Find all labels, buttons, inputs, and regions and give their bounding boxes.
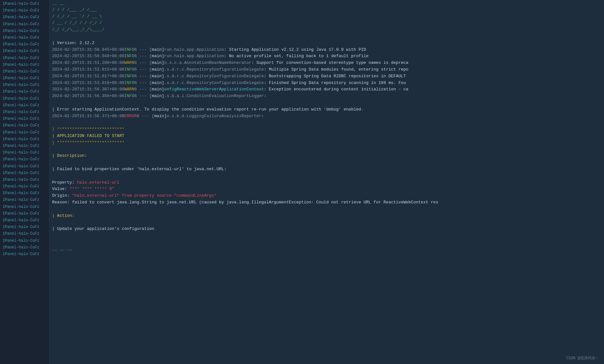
stars-line: | *************************** [52, 140, 124, 146]
sidebar-item: 1Panel-halo-CuFz [0, 143, 49, 149]
log-line [52, 219, 601, 226]
sidebar-item: 1Panel-halo-CuFz [0, 190, 49, 197]
property-line: Origin: "halo.external-url" from propert… [52, 193, 217, 199]
log-message: : Support for convention-based stereotyp… [251, 60, 408, 66]
sidebar-item: 1Panel-halo-CuFz [0, 62, 49, 68]
sidebar-item: 1Panel-halo-CuFz [0, 109, 49, 116]
log-line: | Failed to bind properties under 'halo.… [52, 166, 601, 173]
sidebar-item: 1Panel-halo-CuFz [0, 102, 49, 109]
log-timestamp: 2024-02-20T15:31:56.371+08:00 [52, 113, 124, 120]
property-value: "halo.external-url" from property source… [72, 193, 216, 198]
sidebar-item: 1Panel-halo-CuFz [0, 21, 49, 28]
log-thread: 6 --- [ [134, 86, 152, 93]
log-line [52, 146, 601, 153]
log-timestamp: 2024-02-20T15:31:51.200+08:00 [52, 60, 124, 66]
log-line: __ __ __ [52, 246, 601, 252]
log-line: / /_/ / __ `/ / __ \ [52, 13, 601, 20]
log-thread: 6 --- [ [134, 53, 152, 60]
sidebar-item: 1Panel-halo-CuFz [0, 204, 49, 210]
log-message: : Bootstrapping Spring Data R2DBC reposi… [264, 73, 406, 80]
property-key: Origin: [52, 193, 70, 198]
log-line: | *************************** [52, 140, 601, 146]
log-timestamp: 2024-02-20T15:31:52.815+08:00 [52, 66, 124, 73]
log-message: : [261, 113, 264, 120]
sidebar-item: 1Panel-halo-CuFz [0, 1, 49, 7]
sidebar-item: 1Panel-halo-CuFz [0, 210, 49, 217]
log-line: | *************************** [52, 126, 601, 133]
sidebar-item: 1Panel-halo-CuFz [0, 231, 49, 237]
log-line: / / / /___ _/ /___ [52, 7, 601, 13]
log-level: WARN [124, 86, 134, 93]
sidebar-item: 1Panel-halo-CuFz [0, 177, 49, 183]
sidebar-item: 1Panel-halo-CuFz [0, 217, 49, 224]
log-message: : Finished Spring Data repository scanni… [264, 80, 406, 87]
logger-name: .s.d.r.c.RepositoryConfigurationDelegate [164, 80, 264, 87]
sidebar-item: 1Panel-halo-CuFz [0, 122, 49, 129]
version-text: | Version: 2.12.2 [52, 40, 95, 47]
ascii-art: /_/ /_/\__,_/_/\____/ [52, 27, 104, 33]
sidebar-item: 1Panel-halo-CuFz [0, 116, 49, 122]
log-timestamp: 2024-02-20T15:31:50.948+08:00 [52, 53, 124, 60]
sidebar-item: 1Panel-halo-CuFz [0, 244, 49, 251]
log-line: 2024-02-20T15:31:51.200+08:00 WARN 6 ---… [52, 60, 601, 66]
main-content[interactable]: __ __ / / / /___ _/ /___ / /_/ / __ `/ /… [50, 0, 604, 364]
log-line [52, 173, 601, 179]
log-line [52, 119, 601, 126]
logger-name: .s.b.a.l.ConditionEvaluationReportLogger [164, 93, 264, 100]
sidebar-item: 1Panel-halo-CuFz [0, 163, 49, 170]
app-failed-text: | APPLICATION FAILED TO START [52, 133, 124, 140]
log-timestamp: 2024-02-20T15:31:56.307+08:00 [52, 86, 124, 93]
log-line: Property: halo.external-url [52, 179, 601, 186]
log-line [52, 100, 601, 106]
logger-name: run.halo.app.Application [164, 53, 224, 60]
property-value: halo.external-url [77, 180, 119, 185]
log-threadname: main] [152, 66, 164, 73]
description-label: | Description: [52, 153, 87, 159]
log-thread: 6 --- [ [134, 47, 152, 53]
terminal-window: 1Panel-halo-CuFz1Panel-halo-CuFz1Panel-h… [0, 0, 604, 364]
sidebar-item: 1Panel-halo-CuFz [0, 149, 49, 156]
property-line: Value: "*** **** ***** 0" [52, 186, 114, 193]
log-line [52, 206, 601, 213]
log-level: INFO [124, 73, 134, 80]
log-timestamp: 2024-02-20T15:31:50.945+08:00 [52, 47, 124, 53]
logger-name: .s.d.r.c.RepositoryConfigurationDelegate [164, 73, 264, 80]
sidebar-item: 1Panel-halo-CuFz [0, 55, 49, 62]
log-line: 2024-02-20T15:31:52.817+08:00 INFO 6 ---… [52, 73, 601, 80]
log-message: : Exception encountered during context i… [264, 86, 408, 93]
log-timestamp: 2024-02-20T15:31:53.018+08:00 [52, 80, 124, 87]
property-key: Value: [52, 186, 67, 191]
log-line: Value: "*** **** ***** 0" [52, 186, 601, 193]
error-text: | Error starting ApplicationContext. To … [52, 106, 363, 113]
sidebar-item: 1Panel-halo-CuFz [0, 224, 49, 231]
property-key: Property: [52, 180, 74, 185]
sidebar-item: 1Panel-halo-CuFz [0, 34, 49, 41]
log-line: / __ / /_/ / / /_/ / [52, 20, 601, 27]
sidebar-item: 1Panel-halo-CuFz [0, 170, 49, 177]
log-line: Origin: "halo.external-url" from propert… [52, 193, 601, 199]
sidebar-item: 1Panel-halo-CuFz [0, 68, 49, 75]
log-level: WARN [124, 60, 134, 66]
log-thread: 6 --- [ [134, 66, 152, 73]
ascii-art: / __ / /_/ / / /_/ / [52, 20, 102, 27]
action-text: | Update your application's configuratio… [52, 226, 154, 232]
log-message: : Multiple Spring Data modules found, en… [264, 66, 408, 73]
log-threadname: main] [152, 60, 164, 66]
log-line: 2024-02-20T15:31:53.018+08:00 INFO 6 ---… [52, 80, 601, 87]
ascii-art: / /_/ / __ `/ / __ \ [52, 13, 102, 20]
sidebar-item: 1Panel-halo-CuFz [0, 238, 49, 244]
sidebar-item: 1Panel-halo-CuFz [0, 129, 49, 136]
log-threadname: main] [152, 80, 164, 87]
log-line [52, 33, 601, 40]
log-threadname: main] [152, 86, 164, 93]
log-line [52, 232, 601, 239]
log-level: INFO [124, 93, 134, 100]
sidebar-item: 1Panel-halo-CuFz [0, 41, 49, 48]
log-thread: 6 --- [ [134, 60, 152, 66]
log-threadname: main] [154, 113, 167, 120]
ascii-art: / / / /___ _/ /___ [52, 7, 97, 13]
log-threadname: main] [152, 73, 164, 80]
log-level: INFO [124, 66, 134, 73]
log-line [52, 239, 601, 246]
log-threadname: main] [152, 53, 164, 60]
